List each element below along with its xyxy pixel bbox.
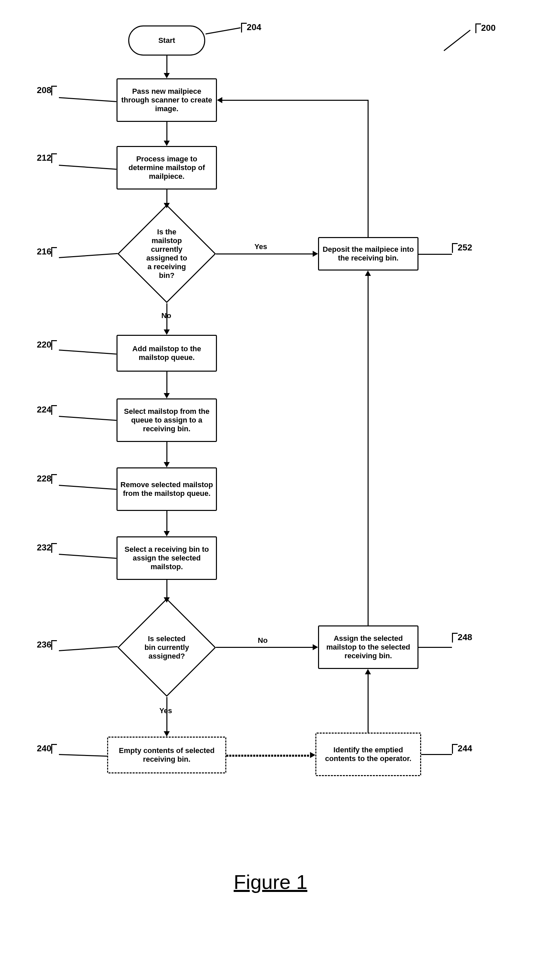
ref-228-text: 228: [37, 473, 51, 484]
edge-216-252: [216, 253, 313, 255]
node-212-text: Process image to determine mailstop of m…: [120, 155, 213, 181]
ref-200-text: 200: [481, 23, 495, 33]
ref-208-text: 208: [37, 85, 51, 95]
edge-216-220-arrow: [164, 329, 170, 335]
ref-232: 232: [37, 542, 57, 553]
node-start-text: Start: [158, 36, 175, 45]
label-no-216: No: [161, 311, 171, 320]
edge-220-224: [166, 372, 167, 393]
node-208: Pass new mailpiece through scanner to cr…: [116, 78, 217, 122]
edge-248-252-arrow: [365, 270, 371, 276]
node-248-text: Assign the selected mailstop to the sele…: [322, 634, 415, 660]
ref-200: 200: [476, 23, 495, 33]
edge-228-232-arrow: [164, 531, 170, 536]
ref-204-text: 204: [247, 22, 261, 32]
edge-236-248-arrow: [313, 644, 318, 650]
label-yes-236: Yes: [159, 706, 172, 715]
ref-212-lead: [59, 165, 116, 170]
ref-248-text: 248: [458, 632, 472, 642]
edge-start-208: [166, 56, 167, 73]
node-212: Process image to determine mailstop of m…: [116, 146, 217, 189]
edge-224-228: [166, 442, 167, 462]
node-236-text: Is selected bin currently assigned?: [144, 635, 189, 660]
node-248: Assign the selected mailstop to the sele…: [318, 625, 418, 669]
edge-236-248: [216, 647, 313, 648]
node-216: Is the mailstop currently assigned to a …: [118, 205, 216, 303]
edge-252-208-v: [368, 100, 369, 237]
edge-212-216: [166, 189, 167, 203]
edge-252-208-arrow: [217, 97, 222, 103]
ref-236-text: 236: [37, 640, 51, 649]
ref-228-lead: [59, 485, 116, 490]
node-232: Select a receiving bin to assign the sel…: [116, 536, 217, 580]
ref-244-text: 244: [458, 743, 472, 753]
ref-252: 252: [452, 242, 472, 253]
edge-224-228-arrow: [164, 462, 170, 468]
node-208-text: Pass new mailpiece through scanner to cr…: [120, 87, 213, 113]
edge-244-248-arrow: [365, 669, 371, 674]
node-216-text: Is the mailstop currently assigned to a …: [144, 228, 189, 280]
node-228-text: Remove selected mailstop from the mailst…: [120, 480, 213, 498]
edge-220-224-arrow: [164, 393, 170, 398]
ref-240: 240: [37, 743, 57, 754]
ref-220-text: 220: [37, 339, 51, 350]
ref-216-text: 216: [37, 247, 51, 256]
node-224: Select mailstop from the queue to assign…: [116, 398, 217, 442]
edge-208-212: [166, 122, 167, 141]
node-220: Add mailstop to the mailstop queue.: [116, 335, 217, 372]
ref-216-lead: [59, 253, 118, 258]
edge-252-208-h: [222, 100, 369, 101]
ref-208: 208: [37, 85, 57, 95]
ref-224: 224: [37, 404, 57, 415]
node-240-text: Empty contents of selected receiving bin…: [111, 746, 223, 764]
ref-236: 236: [37, 640, 57, 650]
ref-224-lead: [59, 416, 116, 421]
ref-240-lead: [59, 754, 107, 757]
ref-252-lead: [418, 254, 452, 255]
node-236: Is selected bin currently assigned?: [118, 598, 216, 697]
edge-start-208-arrow: [164, 73, 170, 78]
ref-252-text: 252: [458, 242, 472, 253]
ref-228: 228: [37, 473, 57, 484]
node-252: Deposit the mailpiece into the receiving…: [318, 237, 418, 270]
ref-212-text: 212: [37, 153, 51, 163]
ref-224-text: 224: [37, 404, 51, 415]
node-232-text: Select a receiving bin to assign the sel…: [120, 545, 213, 571]
ref-232-text: 232: [37, 542, 51, 552]
edge-208-212-arrow: [164, 141, 170, 146]
label-no-236: No: [258, 636, 267, 645]
ref-220-lead: [59, 350, 116, 355]
ref-244: 244: [452, 743, 472, 754]
ref-220: 220: [37, 339, 57, 350]
ref-248: 248: [452, 632, 472, 643]
node-start: Start: [128, 25, 205, 56]
ref-232-lead: [59, 554, 116, 559]
node-252-text: Deposit the mailpiece into the receiving…: [322, 245, 415, 262]
figure-caption: Figure 1: [13, 870, 528, 894]
ref-200-lead: [444, 30, 471, 51]
edge-240-244-arrow: [310, 752, 315, 758]
node-240: Empty contents of selected receiving bin…: [107, 737, 226, 773]
node-244-text: Identify the emptied contents to the ope…: [319, 746, 417, 763]
flowchart-canvas: 200 Start 204 Pass new mailpiece through…: [13, 13, 528, 967]
ref-236-lead: [59, 646, 118, 651]
label-yes-216: Yes: [255, 242, 267, 251]
node-224-text: Select mailstop from the queue to assign…: [120, 407, 213, 433]
ref-212: 212: [37, 153, 57, 163]
edge-244-248: [368, 674, 369, 733]
edge-236-240-arrow: [164, 731, 170, 737]
ref-208-lead: [59, 97, 116, 102]
edge-240-244: [226, 755, 312, 757]
edge-232-236-arrow: [164, 597, 170, 603]
edge-232-236: [166, 580, 167, 597]
edge-212-216-arrow: [164, 203, 170, 208]
ref-248-lead: [418, 647, 452, 648]
ref-204-lead: [205, 27, 241, 35]
edge-248-252: [368, 276, 369, 625]
node-228: Remove selected mailstop from the mailst…: [116, 468, 217, 511]
ref-216: 216: [37, 247, 57, 257]
ref-240-text: 240: [37, 743, 51, 753]
node-244: Identify the emptied contents to the ope…: [315, 733, 421, 776]
ref-204: 204: [241, 22, 261, 32]
edge-216-252-arrow: [313, 251, 318, 257]
